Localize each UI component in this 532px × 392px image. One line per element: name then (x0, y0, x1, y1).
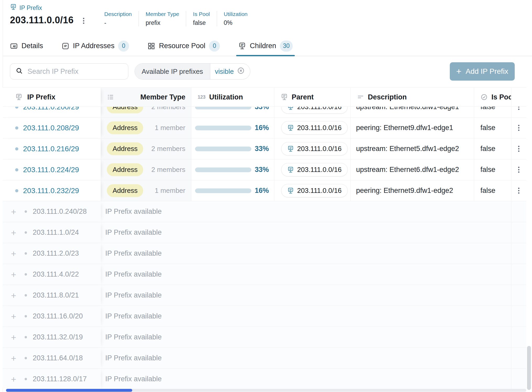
add-available-prefix-icon[interactable]: + (11, 354, 20, 363)
add-available-prefix-icon[interactable]: + (11, 291, 20, 300)
available-status-label: IP Prefix available (101, 243, 511, 264)
member-type-badge: Address (107, 184, 143, 197)
add-ip-prefix-button[interactable]: + Add IP Prefix (450, 62, 515, 81)
utilization-percent: 33% (255, 145, 269, 153)
available-prefix-row: + 203.111.64.0/18 IP Prefix available (3, 348, 526, 369)
available-prefix-cell: + 203.111.8.0/21 (3, 285, 101, 306)
toolbar: Available IP prefixes visible + Add IP P… (10, 62, 515, 81)
meta-utilization: Utilization 0% (217, 11, 254, 26)
table-row: 203.111.0.224/29 Address 2 members 33% I… (3, 159, 526, 180)
tab-children[interactable]: IP Children 30 (238, 36, 293, 56)
available-prefix-row: + 203.111.2.0/23 IP Prefix available (3, 243, 526, 264)
remove-filter-icon[interactable] (237, 67, 245, 76)
kebab-icon (518, 188, 519, 194)
column-header-member-type[interactable]: Member Type (101, 88, 191, 107)
ip-prefix-detail-page: IP IP Prefix 203.111.0.0/16 Description … (0, 0, 532, 392)
member-type-cell: Address 2 members (101, 138, 191, 159)
tab-count-badge: 0 (118, 41, 129, 52)
meta-label: Is Pool (193, 11, 210, 17)
table-row: 203.111.0.208/29 Address 1 member 16% IP… (3, 117, 526, 138)
is-pool-cell: false (474, 180, 511, 201)
breadcrumb[interactable]: IP IP Prefix (10, 4, 42, 12)
add-button-label: Add IP Prefix (465, 67, 508, 76)
row-actions-button[interactable] (511, 159, 526, 180)
parent-prefix-chip[interactable]: IP 203.111.0.0/16 (281, 106, 348, 114)
ip-address-icon: IP (62, 42, 69, 50)
row-actions-button[interactable] (511, 106, 526, 117)
column-header-ip-prefix[interactable]: IP IP Prefix (3, 88, 101, 107)
vertical-scrollbar-thumb[interactable] (527, 346, 531, 390)
svg-text:IP: IP (283, 95, 286, 98)
available-prefix-cell: + 203.111.2.0/23 (3, 243, 101, 264)
member-type-cell: Address 2 members (101, 106, 191, 117)
prefix-cell: 203.111.0.232/29 (3, 180, 101, 201)
status-dot-icon (15, 189, 18, 192)
available-prefix-cell: + 203.111.0.240/28 (3, 201, 101, 222)
row-actions-button[interactable] (511, 117, 526, 138)
column-header-parent[interactable]: IP Parent (274, 88, 350, 107)
available-prefix-row: + 203.111.16.0/20 IP Prefix available (3, 306, 526, 327)
available-status-label: IP Prefix available (101, 369, 511, 389)
add-available-prefix-icon[interactable]: + (11, 207, 20, 216)
description-cell: upstream: Ethernet5.dfw1-edge2 (350, 138, 474, 159)
prefix-link[interactable]: 203.111.0.232/29 (23, 187, 79, 195)
column-label: IP Prefix (27, 93, 56, 101)
parent-cell: IP 203.111.0.0/16 (274, 106, 350, 117)
available-prefix-cell: + 203.111.16.0/20 (3, 306, 101, 327)
available-prefix-row: + 203.111.1.0/24 IP Prefix available (3, 222, 526, 243)
tab-ip-addresses[interactable]: IP IP Addresses 0 (62, 36, 129, 56)
column-header-is-pool[interactable]: Is Pool (474, 88, 511, 107)
parent-cell: IP 203.111.0.0/16 (274, 117, 350, 138)
tab-label: Resource Pool (159, 42, 205, 50)
available-prefix-label: 203.111.2.0/23 (33, 249, 79, 257)
available-actions-cell (511, 285, 526, 306)
available-prefix-row: + 203.111.32.0/19 IP Prefix available (3, 327, 526, 348)
parent-cell: IP 203.111.0.0/16 (274, 180, 350, 201)
status-dot-icon (15, 147, 18, 150)
available-prefix-label: 203.111.0.240/28 (33, 208, 87, 216)
add-available-prefix-icon[interactable]: + (11, 375, 20, 384)
column-header-description[interactable]: Description (350, 88, 474, 107)
add-available-prefix-icon[interactable]: + (11, 312, 20, 321)
add-available-prefix-icon[interactable]: + (11, 333, 20, 342)
column-header-actions (511, 88, 526, 107)
add-available-prefix-icon[interactable]: + (11, 270, 20, 279)
add-available-prefix-icon[interactable]: + (11, 249, 20, 258)
available-actions-cell (511, 243, 526, 264)
available-prefix-label: 203.111.1.0/24 (33, 228, 79, 237)
member-count: 2 members (151, 166, 185, 174)
parent-prefix-chip[interactable]: IP 203.111.0.0/16 (281, 163, 348, 176)
horizontal-scrollbar-thumb[interactable] (6, 389, 132, 392)
list-icon (107, 93, 114, 101)
details-card-icon: A (10, 42, 18, 50)
status-dot-icon (15, 168, 18, 171)
status-dot-icon (25, 294, 27, 296)
kebab-icon (518, 167, 519, 173)
parent-cell: IP 203.111.0.0/16 (274, 138, 350, 159)
search-input[interactable] (27, 67, 123, 76)
prefix-link[interactable]: 203.111.0.200/29 (23, 106, 79, 111)
is-pool-cell: false (474, 159, 511, 180)
prefix-link[interactable]: 203.111.0.216/29 (23, 145, 79, 153)
tab-details[interactable]: A Details (10, 36, 43, 56)
row-actions-button[interactable] (511, 180, 526, 201)
status-dot-icon (25, 336, 27, 338)
prefix-cell: 203.111.0.208/29 (3, 117, 101, 138)
prefix-cell: 203.111.0.216/29 (3, 138, 101, 159)
prefix-link[interactable]: 203.111.0.224/29 (23, 166, 79, 174)
parent-prefix-chip[interactable]: IP 203.111.0.0/16 (281, 184, 348, 197)
title-menu-button[interactable] (81, 17, 86, 25)
parent-prefix-chip[interactable]: IP 203.111.0.0/16 (281, 121, 348, 135)
available-prefix-cell: + 203.111.32.0/19 (3, 327, 101, 348)
column-header-utilization[interactable]: 123 Utilization (191, 88, 274, 107)
parent-prefix-chip[interactable]: IP 203.111.0.0/16 (281, 142, 348, 155)
table-body-viewport: 203.111.0.200/29 Address 2 members 33% I… (3, 106, 526, 389)
search-box (10, 63, 128, 80)
row-actions-button[interactable] (511, 138, 526, 159)
prefix-link[interactable]: 203.111.0.208/29 (23, 124, 79, 132)
add-available-prefix-icon[interactable]: + (11, 228, 20, 237)
parent-prefix-label: 203.111.0.0/16 (297, 145, 342, 153)
tab-resource-pool[interactable]: Resource Pool 0 (147, 36, 220, 56)
available-prefix-cell: + 203.111.128.0/17 (3, 369, 101, 389)
filter-chip-available-prefixes[interactable]: Available IP prefixes visible (135, 63, 250, 80)
